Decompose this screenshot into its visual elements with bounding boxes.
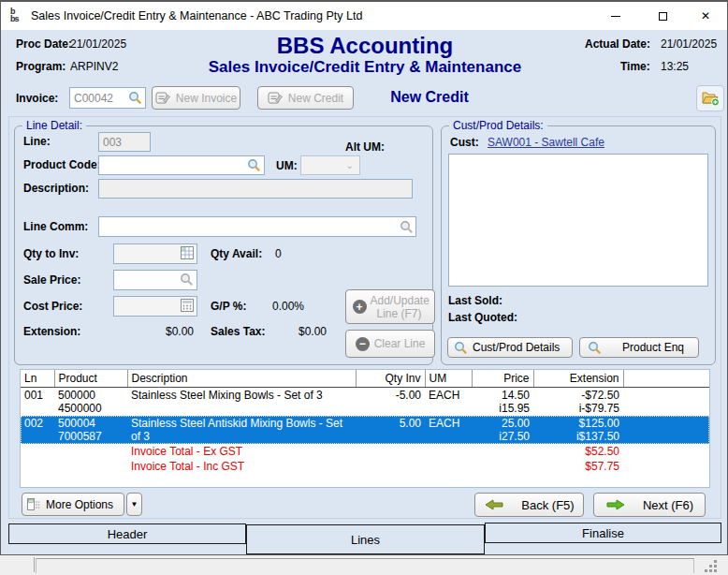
tab-finalise-label: Finalise bbox=[582, 526, 624, 540]
minimize-icon bbox=[611, 16, 620, 17]
col-description[interactable]: Description bbox=[127, 370, 356, 387]
qty-grid-icon[interactable] bbox=[181, 246, 194, 263]
qty-to-inv-label: Qty to Inv: bbox=[23, 247, 79, 260]
next-label: Next (F6) bbox=[643, 498, 693, 512]
add-update-line-button[interactable]: + Add/Update Line (F7) bbox=[345, 289, 435, 324]
close-button[interactable]: ✕ bbox=[684, 2, 727, 30]
status-divider bbox=[34, 557, 35, 572]
arrow-left-icon bbox=[484, 499, 504, 510]
app-icon: bbs bbox=[10, 7, 27, 24]
extension-value: $0.00 bbox=[141, 325, 194, 338]
new-invoice-button[interactable]: New Invoice bbox=[152, 86, 240, 110]
new-credit-button[interactable]: New Credit bbox=[257, 86, 354, 110]
search-icon bbox=[454, 341, 468, 355]
tab-header-label: Header bbox=[108, 527, 148, 541]
resize-grip[interactable] bbox=[704, 559, 718, 572]
cust-label: Cust: bbox=[450, 136, 479, 149]
gp-label: G/P %: bbox=[211, 300, 246, 313]
tab-lines-label: Lines bbox=[351, 533, 380, 547]
arrow-right-icon bbox=[605, 499, 626, 510]
qty-avail-label: Qty Avail: bbox=[211, 247, 262, 260]
cust-prod-details-label: Cust/Prod Details bbox=[473, 341, 560, 354]
new-credit-label: New Credit bbox=[288, 92, 343, 105]
options-list-icon bbox=[27, 497, 41, 511]
cell-um: EACH bbox=[425, 387, 472, 416]
tab-finalise[interactable]: Finalise bbox=[485, 523, 721, 543]
product-code-input[interactable] bbox=[98, 155, 265, 175]
line-detail-title: Line Detail: bbox=[22, 119, 86, 132]
table-row-selected[interactable]: 002 5000047000587 Stainless Steel Antisk… bbox=[21, 416, 709, 444]
last-sold-label: Last Sold: bbox=[448, 294, 502, 307]
table-row[interactable]: 001 5000004500000 Stainless Steel Mixing… bbox=[21, 387, 709, 416]
line-comm-input[interactable] bbox=[98, 216, 416, 237]
cell-um: EACH bbox=[425, 416, 472, 444]
maximize-button[interactable] bbox=[641, 2, 684, 30]
total-row-ex-gst: Invoice Total - Ex GST $52.50 bbox=[21, 444, 709, 459]
tab-header[interactable]: Header bbox=[8, 523, 246, 544]
sale-price-label: Sale Price: bbox=[23, 273, 80, 287]
line-number-input[interactable] bbox=[98, 132, 151, 152]
total-row-inc-gst: Invoice Total - Inc GST $57.75 bbox=[21, 459, 709, 474]
tab-lines[interactable]: Lines bbox=[246, 524, 485, 554]
sales-tax-value: $0.00 bbox=[274, 325, 327, 338]
add-update-line-label: Add/Update Line (F7) bbox=[371, 294, 429, 320]
col-um[interactable]: UM bbox=[425, 370, 472, 387]
cell-price: 14.50i15.95 bbox=[472, 387, 533, 416]
status-bar bbox=[0, 555, 728, 575]
more-options-button[interactable]: More Options bbox=[22, 493, 124, 516]
cell-ln: 002 bbox=[21, 416, 54, 444]
gp-value: 0.00% bbox=[272, 300, 304, 313]
customer-link[interactable]: SAW001 - Sawtell Cafe bbox=[488, 136, 604, 149]
cell-description: Stainless Steel Antiskid Mixing Bowls - … bbox=[127, 416, 356, 444]
window-title: Sales Invoice/Credit Entry & Maintenance… bbox=[31, 9, 362, 22]
description-input[interactable] bbox=[98, 179, 413, 199]
cell-price: 25.00i27.50 bbox=[472, 416, 533, 444]
sales-tax-label: Sales Tax: bbox=[211, 325, 265, 338]
form-pencil-icon bbox=[155, 91, 171, 105]
plus-circle-icon: + bbox=[353, 300, 367, 314]
total-label: Invoice Total - Inc GST bbox=[127, 459, 356, 474]
cust-prod-listbox[interactable] bbox=[448, 154, 708, 287]
invoice-search-icon[interactable] bbox=[128, 91, 142, 109]
line-comm-search-icon[interactable] bbox=[400, 220, 414, 238]
cell-extension: $125.00i$137.50 bbox=[533, 416, 623, 444]
program-value: ARPINV2 bbox=[70, 60, 118, 73]
product-enq-button[interactable]: Product Enq bbox=[579, 337, 699, 358]
proc-date-value: 21/01/2025 bbox=[70, 37, 126, 51]
invoice-label: Invoice: bbox=[16, 92, 58, 105]
product-enq-label: Product Enq bbox=[622, 341, 684, 354]
time-label: Time: bbox=[620, 60, 650, 73]
clear-line-button[interactable]: − Clear Line bbox=[345, 330, 435, 358]
form-pencil-icon bbox=[268, 91, 284, 105]
more-options-dropdown-button[interactable]: ▼ bbox=[126, 493, 142, 516]
sale-price-search-icon[interactable] bbox=[180, 273, 194, 290]
total-label: Invoice Total - Ex GST bbox=[127, 444, 356, 459]
back-button[interactable]: Back (F5) bbox=[474, 493, 584, 517]
new-document-button[interactable] bbox=[696, 85, 724, 111]
minimize-button[interactable] bbox=[594, 2, 637, 30]
screen: bbs Sales Invoice/Credit Entry & Mainten… bbox=[0, 0, 728, 575]
col-product[interactable]: Product bbox=[54, 370, 127, 387]
minus-circle-icon: − bbox=[356, 337, 370, 351]
cust-prod-details-button[interactable]: Cust/Prod Details bbox=[447, 337, 573, 358]
total-value: $52.50 bbox=[533, 444, 623, 459]
chevron-down-icon: ▼ bbox=[131, 500, 138, 509]
table-header-row: Ln Product Description Qty Inv UM Price … bbox=[21, 370, 709, 387]
calculator-icon[interactable] bbox=[181, 299, 194, 316]
col-price[interactable]: Price bbox=[472, 370, 533, 387]
col-extension[interactable]: Extension bbox=[533, 370, 623, 387]
col-qty-inv[interactable]: Qty Inv bbox=[356, 370, 425, 387]
um-select[interactable]: ⌄ bbox=[300, 155, 360, 175]
cell-filler bbox=[623, 416, 709, 444]
description-label: Description: bbox=[23, 182, 89, 195]
next-button[interactable]: Next (F6) bbox=[593, 493, 706, 517]
chevron-down-icon: ⌄ bbox=[346, 160, 354, 170]
cell-filler bbox=[623, 387, 709, 416]
product-code-label: Product Code: bbox=[23, 158, 101, 171]
cell-description: Stainless Steel Mixing Bowls - Set of 3 bbox=[127, 387, 356, 416]
product-search-icon[interactable] bbox=[247, 158, 261, 176]
search-icon bbox=[588, 341, 602, 355]
qty-avail-value: 0 bbox=[275, 247, 282, 260]
total-value: $57.75 bbox=[533, 459, 623, 474]
col-ln[interactable]: Ln bbox=[21, 370, 54, 387]
